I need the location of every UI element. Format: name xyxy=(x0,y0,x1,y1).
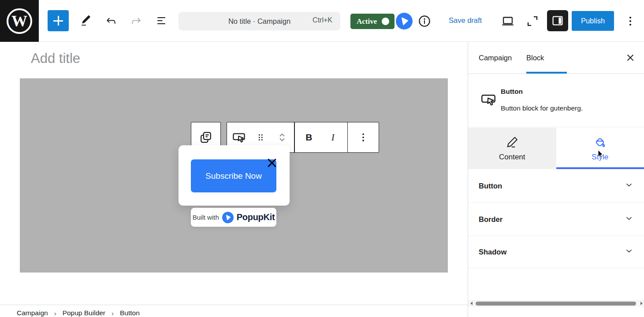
popupkit-swirl-icon xyxy=(222,212,234,223)
wordpress-logo[interactable]: W xyxy=(0,0,39,42)
breadcrumb: Campaign › Popup Builder › Button xyxy=(17,309,140,317)
popup-preview-canvas: B I Subscribe Now Built with xyxy=(20,78,448,273)
tab-content-label: Content xyxy=(499,153,525,162)
kebab-menu-icon xyxy=(357,131,369,144)
options-menu-button[interactable] xyxy=(622,13,638,29)
block-title: Button xyxy=(501,88,523,96)
tools-button[interactable] xyxy=(78,13,94,29)
kebab-menu-icon xyxy=(624,15,637,28)
sidebar-panel-icon xyxy=(551,14,565,28)
drag-dots-icon xyxy=(255,132,266,143)
more-options-segment xyxy=(348,122,379,152)
tab-content[interactable]: Content xyxy=(468,128,556,169)
document-title-bar[interactable]: No title · Campaign Ctrl+K xyxy=(179,12,340,30)
scroll-right-arrow[interactable] xyxy=(638,301,644,306)
breadcrumb-button[interactable]: Button xyxy=(120,309,140,317)
title-input[interactable]: Add title xyxy=(31,51,80,66)
breadcrumb-campaign[interactable]: Campaign xyxy=(17,309,48,317)
section-border-label: Border xyxy=(479,215,503,224)
tab-style-label: Style xyxy=(592,153,608,162)
redo-icon xyxy=(130,14,143,27)
popupkit-wordmark: PopupKit xyxy=(237,212,275,222)
section-shadow-label: Shadow xyxy=(479,248,506,256)
close-x-icon xyxy=(266,157,278,169)
popup-close-button[interactable] xyxy=(266,157,278,169)
expand-icon xyxy=(525,14,540,29)
button-block-icon xyxy=(231,129,247,145)
scrollbar-thumb[interactable] xyxy=(476,302,636,306)
popupkit-logo[interactable] xyxy=(396,13,413,29)
toggle-knob xyxy=(382,18,389,25)
built-with-popupkit-badge[interactable]: Built with PopupKit xyxy=(191,208,276,227)
chevron-down-icon xyxy=(624,180,634,192)
undo-button[interactable] xyxy=(103,13,119,29)
tab-campaign[interactable]: Campaign xyxy=(479,42,512,74)
popupkit-swirl-icon xyxy=(396,13,413,29)
laptop-icon xyxy=(500,14,515,29)
save-draft-button[interactable]: Save draft xyxy=(449,16,482,25)
subscribe-now-button[interactable]: Subscribe Now xyxy=(191,159,276,192)
publish-button[interactable]: Publish xyxy=(572,11,614,31)
active-status-label: Active xyxy=(357,17,377,26)
format-segment: B I xyxy=(295,122,347,152)
pencil-icon xyxy=(506,136,519,149)
fullscreen-button[interactable] xyxy=(525,13,540,29)
built-with-label: Built with xyxy=(193,214,219,221)
block-info-card: Button Button block for gutenberg. xyxy=(468,74,644,127)
move-up-down-icon xyxy=(275,130,289,144)
section-border[interactable]: Border xyxy=(468,203,644,236)
active-status-toggle[interactable]: Active xyxy=(350,14,395,29)
tab-style[interactable]: Style xyxy=(556,128,644,169)
section-shadow[interactable]: Shadow xyxy=(468,236,644,268)
scroll-left-arrow[interactable] xyxy=(468,301,474,306)
top-toolbar: W No title · Campaign Ctrl+K Activ xyxy=(0,0,644,42)
duplicate-block-icon xyxy=(198,129,214,145)
document-title: No title · Campaign xyxy=(228,17,290,26)
block-description: Button block for gutenberg. xyxy=(501,104,583,112)
active-tab-underline xyxy=(526,72,567,74)
redo-button[interactable] xyxy=(128,13,144,29)
chevron-right-icon: › xyxy=(54,310,56,317)
horizontal-scrollbar[interactable] xyxy=(468,300,644,306)
chevron-down-icon xyxy=(624,213,634,225)
pencil-icon xyxy=(79,14,93,27)
block-inserter-button[interactable] xyxy=(48,10,69,31)
chevron-down-icon xyxy=(624,246,634,258)
content-style-tabs: Content Style xyxy=(468,128,644,169)
command-shortcut-hint: Ctrl+K xyxy=(313,16,332,24)
breadcrumb-bar: Campaign › Popup Builder › Button xyxy=(0,305,468,317)
info-icon xyxy=(417,14,432,28)
editor-content-area: Add title B xyxy=(0,42,468,317)
info-button[interactable] xyxy=(417,14,432,28)
block-options-button[interactable] xyxy=(354,124,373,151)
settings-sidebar: Campaign Block Button Button block for g… xyxy=(468,42,644,317)
bold-button[interactable]: B xyxy=(299,124,319,151)
button-block-icon xyxy=(479,90,498,111)
undo-icon xyxy=(104,14,118,27)
settings-sidebar-toggle[interactable] xyxy=(547,10,568,31)
style-icon xyxy=(593,136,607,149)
popup-card: Subscribe Now xyxy=(179,145,290,206)
close-x-icon xyxy=(625,52,636,63)
close-sidebar-button[interactable] xyxy=(625,52,636,64)
section-button[interactable]: Button xyxy=(468,169,644,203)
list-view-button[interactable] xyxy=(153,13,169,29)
editor-tools-group xyxy=(48,10,169,31)
list-view-icon xyxy=(155,14,168,27)
chevron-right-icon: › xyxy=(112,310,114,317)
wordpress-w-icon: W xyxy=(7,8,32,34)
popup-builder-editor: W No title · Campaign Ctrl+K Activ xyxy=(0,0,644,317)
preview-button[interactable] xyxy=(500,13,516,29)
popupkit-badge-logo xyxy=(222,212,234,223)
italic-button[interactable]: I xyxy=(323,124,342,151)
tab-block[interactable]: Block xyxy=(526,42,544,74)
sidebar-header: Campaign Block xyxy=(468,42,644,74)
section-button-label: Button xyxy=(479,182,502,190)
breadcrumb-popup-builder[interactable]: Popup Builder xyxy=(63,309,105,317)
